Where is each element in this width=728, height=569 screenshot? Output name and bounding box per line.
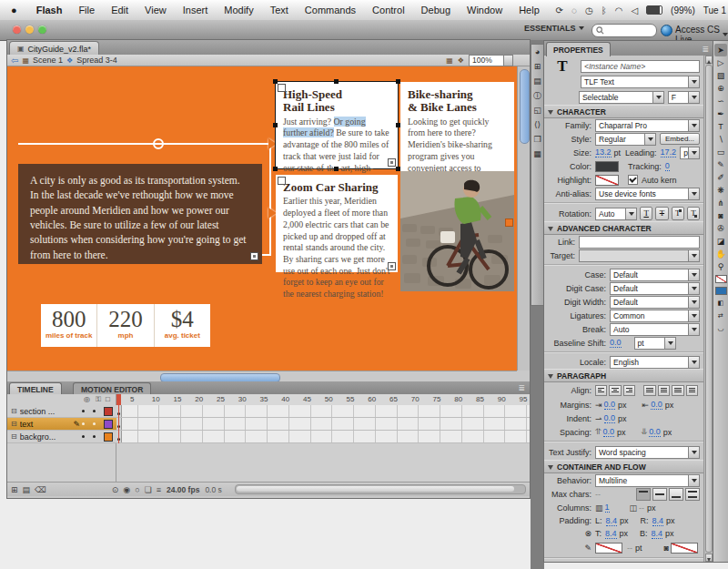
menu-control[interactable]: Control	[364, 5, 412, 15]
padding-bottom-value[interactable]: 8.4	[652, 529, 663, 539]
baseline-unit-dropdown[interactable]: pt	[634, 337, 676, 350]
space-before-value[interactable]: 0.0	[603, 427, 615, 437]
menu-help[interactable]: Help	[511, 5, 548, 15]
volume-icon[interactable]: ◁	[631, 5, 638, 15]
locale-dropdown[interactable]: English	[610, 356, 700, 369]
zoom-tool[interactable]: ⚲	[714, 260, 727, 273]
onion-skin-icon[interactable]: ◉	[123, 485, 130, 494]
stats-card[interactable]: 800miles of track220mph$4avg. ticket	[41, 304, 210, 347]
snap-to-objects-icon[interactable]: ◡	[714, 322, 727, 335]
text-color-swatch[interactable]	[595, 161, 619, 172]
bluetooth-icon[interactable]: ᛒ	[602, 5, 607, 15]
section-paragraph[interactable]: PARAGRAPH	[544, 369, 703, 382]
scrollbar-thumb[interactable]	[237, 486, 514, 492]
wifi-icon[interactable]: ◠	[615, 5, 623, 15]
frame-rate[interactable]: 24.00 fps	[167, 485, 199, 494]
color-panel-icon[interactable]: ◕	[535, 48, 540, 56]
stroke-color-swatch[interactable]	[715, 275, 727, 283]
info-panel-icon[interactable]: ⓘ	[533, 92, 541, 100]
window-zoom-button[interactable]	[38, 25, 46, 34]
link-input[interactable]	[579, 236, 700, 249]
align-left-button[interactable]	[595, 385, 607, 396]
text-in-port[interactable]	[278, 177, 286, 185]
layer-frames[interactable]	[116, 431, 530, 443]
menu-debug[interactable]: Debug	[413, 5, 459, 15]
layer-lock-dot[interactable]	[93, 435, 96, 438]
document-tab[interactable]: ▣ CityGuide_v2.fla*	[9, 41, 99, 56]
menu-modify[interactable]: Modify	[216, 5, 261, 15]
justify-last-left-button[interactable]	[643, 385, 655, 396]
line-tool[interactable]: ∖	[714, 133, 727, 146]
valign-bottom-button[interactable]	[669, 488, 683, 501]
break-dropdown[interactable]: Auto	[610, 323, 700, 336]
valign-middle-button[interactable]	[652, 488, 667, 501]
keyframe[interactable]	[116, 405, 122, 417]
tab-motion-editor[interactable]: MOTION EDITOR	[73, 382, 151, 395]
text-type-dropdown[interactable]: Selectable	[579, 91, 664, 104]
selection-tool[interactable]: ➤	[714, 44, 727, 56]
menu-window[interactable]: Window	[459, 5, 511, 15]
breadcrumb-symbol[interactable]: Spread 3-4	[76, 56, 117, 65]
text-justify-dropdown[interactable]: Word spacing	[595, 446, 700, 459]
justify-last-right-button[interactable]	[672, 385, 683, 396]
subscript-button[interactable]: T	[687, 207, 700, 220]
text-engine-dropdown[interactable]: TLF Text	[581, 76, 700, 88]
anti-alias-dropdown[interactable]: Use device fonts	[595, 188, 700, 200]
cs-live-orb-icon[interactable]	[661, 25, 672, 36]
layer-outline-color-chip[interactable]	[104, 420, 113, 429]
workspace-switcher[interactable]: ESSENTIALS	[524, 24, 584, 33]
leading-value[interactable]: 17.2	[661, 147, 677, 157]
properties-scrollbar[interactable]	[703, 56, 713, 562]
tab-timeline[interactable]: TIMELINE	[9, 382, 62, 395]
justify-all-button[interactable]	[686, 385, 698, 396]
rectangle-tool[interactable]: ▭	[714, 146, 727, 158]
search-input[interactable]	[592, 24, 657, 37]
text-in-port[interactable]	[278, 84, 286, 92]
ligatures-dropdown[interactable]: Common	[610, 310, 700, 322]
strikethrough-button[interactable]: T	[655, 207, 668, 220]
font-size-value[interactable]: 13.2	[595, 147, 612, 157]
container-fill-color-swatch[interactable]	[671, 543, 698, 554]
outline-column-icon[interactable]: □	[106, 395, 110, 403]
section-character[interactable]: CHARACTER	[544, 105, 703, 118]
brush-tool[interactable]: ✐	[714, 171, 727, 184]
text-flow-port[interactable]	[505, 218, 513, 227]
center-frame-icon[interactable]: ⊙	[112, 485, 119, 494]
keyframe[interactable]	[116, 418, 122, 430]
paint-bucket-tool[interactable]: ◙	[714, 209, 727, 222]
container-border-color-swatch[interactable]	[595, 543, 622, 554]
onion-skin-outlines-icon[interactable]: ○	[135, 485, 139, 494]
timeline-scrollbar[interactable]	[235, 484, 526, 494]
margin-left-value[interactable]: 0.0	[604, 400, 616, 410]
delete-layer-icon[interactable]: ⌫	[35, 485, 46, 494]
scrollbar-thumb[interactable]	[520, 69, 530, 144]
timeline-frame-grid[interactable]	[116, 405, 530, 443]
scrollbar-thumb[interactable]	[705, 65, 713, 553]
lock-padding-icon[interactable]: ⊗	[544, 529, 592, 538]
lock-column-icon[interactable]: ⚿	[96, 395, 101, 404]
stage-vertical-scrollbar[interactable]	[517, 66, 530, 371]
window-close-button[interactable]	[13, 25, 21, 34]
eyedropper-tool[interactable]: ✇	[714, 222, 727, 235]
lasso-tool[interactable]: ∽	[714, 95, 727, 107]
3d-rotation-tool[interactable]: ⊕	[714, 82, 727, 95]
new-folder-icon[interactable]: ▤	[23, 485, 31, 494]
indent-value[interactable]: 0.0	[604, 413, 616, 423]
menu-view[interactable]: View	[136, 5, 175, 15]
embed-button[interactable]: Embed...	[660, 133, 700, 145]
font-family-dropdown[interactable]: Chaparral Pro	[595, 119, 700, 132]
edit-scene-icon[interactable]: ▦	[446, 56, 453, 65]
layer-row-text[interactable]: ⊟text✎	[7, 418, 116, 431]
layer-outline-color-chip[interactable]	[104, 407, 113, 416]
auto-kern-checkbox[interactable]	[628, 175, 638, 185]
text-out-port[interactable]	[388, 158, 396, 167]
layer-row-section[interactable]: ⊟section ...	[7, 405, 116, 418]
menu-commands[interactable]: Commands	[297, 5, 364, 15]
leading-unit-dropdown[interactable]: pt	[680, 147, 700, 159]
scroll-down-icon[interactable]	[705, 554, 713, 562]
sync-icon[interactable]: ⟳	[556, 5, 563, 15]
black-white-colors-icon[interactable]: ◧	[714, 297, 727, 310]
show-hide-column-icon[interactable]: ◎	[84, 395, 90, 403]
section-container-and-flow[interactable]: CONTAINER AND FLOW	[544, 460, 703, 473]
digit-case-dropdown[interactable]: Default	[610, 282, 700, 295]
